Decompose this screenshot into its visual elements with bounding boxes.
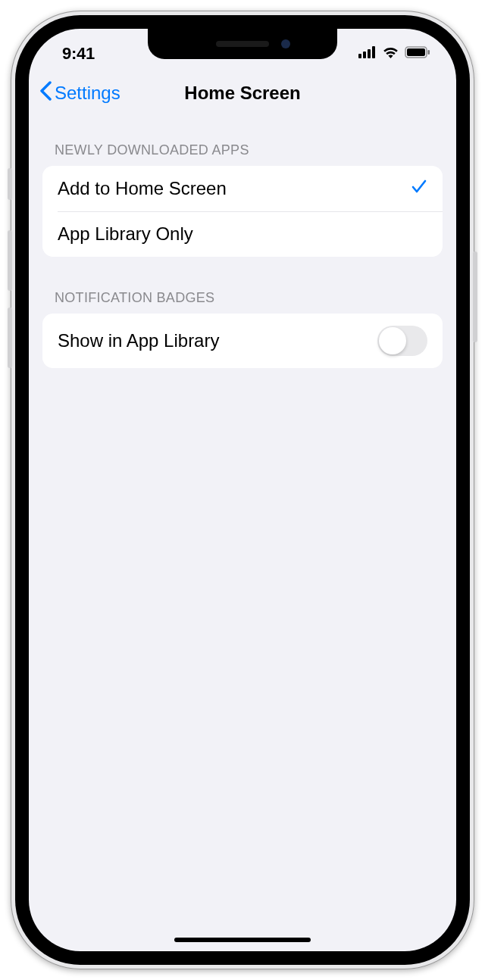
checkmark-icon [411,178,427,199]
screen: 9:41 [29,29,456,951]
option-label: App Library Only [58,223,193,245]
toggle-knob [379,327,406,354]
speaker-grille [216,41,269,47]
phone-frame: 9:41 [11,11,474,969]
cellular-signal-icon [358,46,377,61]
section-header-notification-badges: NOTIFICATION BADGES [29,290,456,314]
status-time: 9:41 [62,44,95,64]
battery-icon [405,46,430,61]
row-show-in-app-library[interactable]: Show in App Library [42,314,443,368]
wifi-icon [382,46,399,61]
back-label: Settings [55,83,120,104]
toggle-show-in-app-library[interactable] [377,326,427,356]
svg-rect-2 [368,49,371,58]
chevron-left-icon [39,81,52,105]
phone-bezel: 9:41 [15,15,470,965]
svg-rect-6 [428,50,430,55]
svg-rect-5 [407,48,425,56]
option-app-library-only[interactable]: App Library Only [42,211,443,257]
content-area: NEWLY DOWNLOADED APPS Add to Home Screen… [29,115,456,368]
volume-up-button [8,230,12,291]
page-title: Home Screen [184,83,300,104]
status-icons [358,46,430,61]
section-header-newly-downloaded: NEWLY DOWNLOADED APPS [29,142,456,166]
front-camera [281,39,290,48]
svg-rect-1 [363,51,366,58]
power-button [473,251,477,342]
option-add-to-home-screen[interactable]: Add to Home Screen [42,166,443,211]
svg-rect-0 [358,54,361,58]
back-button[interactable]: Settings [39,81,120,105]
volume-down-button [8,307,12,368]
group-notification-badges: Show in App Library [42,314,443,368]
navigation-bar: Settings Home Screen [29,71,456,115]
notch [148,29,337,59]
option-label: Add to Home Screen [58,178,227,199]
svg-rect-3 [372,46,375,58]
mute-switch [8,168,12,200]
home-indicator[interactable] [174,938,311,942]
toggle-label: Show in App Library [58,330,219,351]
group-newly-downloaded: Add to Home Screen App Library Only [42,166,443,257]
